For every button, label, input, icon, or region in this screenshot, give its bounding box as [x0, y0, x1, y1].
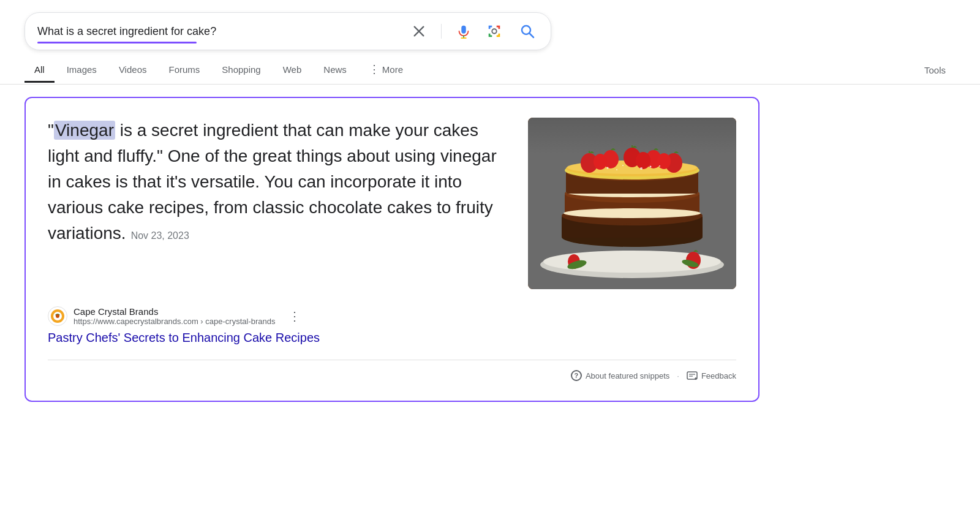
voice-search-button[interactable] — [453, 20, 475, 42]
tab-all[interactable]: All — [24, 58, 55, 83]
svg-point-47 — [56, 314, 59, 318]
tab-web-label: Web — [283, 64, 302, 75]
search-submit-button[interactable] — [516, 20, 538, 42]
svg-point-38 — [607, 167, 609, 169]
svg-point-33 — [657, 153, 671, 169]
tab-web[interactable]: Web — [273, 58, 312, 83]
lens-icon — [486, 23, 502, 39]
svg-point-17 — [564, 208, 701, 218]
svg-point-31 — [594, 154, 607, 170]
featured-snippet: "Vinegar is a secret ingredient that can… — [24, 97, 760, 402]
tools-tab[interactable]: Tools — [914, 59, 956, 81]
tab-forums-label: Forums — [168, 64, 200, 75]
tab-news[interactable]: News — [314, 58, 356, 83]
vertical-dots-icon: ⋮ — [288, 309, 301, 323]
footer-separator: · — [677, 371, 679, 380]
about-snippets-item[interactable]: ? About featured snippets — [571, 370, 669, 381]
feedback-label: Feedback — [701, 371, 736, 380]
close-icon — [412, 25, 426, 38]
lens-search-button[interactable] — [483, 20, 505, 42]
favicon-icon — [50, 309, 65, 323]
nav-tabs: All Images Videos Forums Shopping Web Ne… — [0, 50, 980, 85]
dots-icon: ⋮ — [369, 62, 380, 76]
source-name: Cape Crystal Brands — [74, 306, 275, 317]
tab-more-label: More — [382, 64, 403, 75]
svg-rect-2 — [461, 26, 466, 34]
tab-shopping[interactable]: Shopping — [212, 58, 270, 83]
snippet-body: "Vinegar is a secret ingredient that can… — [48, 118, 736, 289]
main-content: "Vinegar is a secret ingredient that can… — [0, 85, 784, 414]
feedback-item[interactable]: Feedback — [687, 371, 736, 380]
question-icon: ? — [571, 370, 582, 381]
about-snippets-label: About featured snippets — [586, 371, 669, 380]
tab-videos-label: Videos — [119, 64, 147, 75]
tab-all-label: All — [34, 64, 45, 75]
tab-images[interactable]: Images — [57, 58, 107, 83]
quote-open: " — [48, 121, 54, 140]
snippet-body-text: is a secret ingredient that can make you… — [48, 121, 497, 243]
feedback-icon — [687, 371, 698, 380]
tab-videos[interactable]: Videos — [109, 58, 157, 83]
svg-point-39 — [622, 165, 624, 166]
search-box: What is a secret ingredient for cake? — [24, 12, 551, 50]
search-icon — [519, 23, 536, 40]
cake-illustration — [528, 118, 736, 289]
clear-button[interactable] — [408, 20, 430, 42]
svg-point-43 — [659, 165, 660, 167]
svg-line-7 — [530, 34, 534, 38]
snippet-link[interactable]: Pastry Chefs' Secrets to Enhancing Cake … — [48, 331, 736, 345]
svg-rect-44 — [528, 118, 736, 154]
svg-point-5 — [492, 29, 496, 33]
source-favicon — [48, 306, 67, 326]
search-input[interactable]: What is a secret ingredient for cake? — [37, 25, 408, 38]
search-underline — [37, 42, 197, 43]
search-divider — [441, 24, 442, 39]
cake-image — [528, 118, 736, 289]
tab-forums[interactable]: Forums — [159, 58, 209, 83]
source-info: Cape Crystal Brands https://www.capecrys… — [74, 306, 275, 326]
snippet-date: Nov 23, 2023 — [131, 230, 189, 241]
search-actions — [408, 20, 538, 42]
tab-news-label: News — [323, 64, 347, 75]
svg-point-32 — [636, 152, 650, 169]
mic-icon — [456, 23, 472, 39]
source-url: https://www.capecrystalbrands.com › cape… — [74, 317, 275, 326]
svg-point-41 — [616, 169, 617, 170]
source-menu-button[interactable]: ⋮ — [284, 306, 306, 326]
svg-point-40 — [650, 166, 652, 168]
tab-more[interactable]: ⋮ More — [359, 56, 413, 84]
snippet-footer: ? About featured snippets · Feedback — [48, 360, 736, 381]
snippet-source: Cape Crystal Brands https://www.capecrys… — [48, 306, 736, 326]
search-bar-area: What is a secret ingredient for cake? — [0, 0, 980, 50]
svg-point-42 — [640, 167, 643, 170]
snippet-text: "Vinegar is a secret ingredient that can… — [48, 118, 503, 246]
snippet-image-area — [528, 118, 736, 289]
tab-images-label: Images — [67, 64, 97, 75]
tab-shopping-label: Shopping — [222, 64, 260, 75]
highlight-word: Vinegar — [54, 121, 115, 140]
snippet-text-area: "Vinegar is a secret ingredient that can… — [48, 118, 503, 246]
